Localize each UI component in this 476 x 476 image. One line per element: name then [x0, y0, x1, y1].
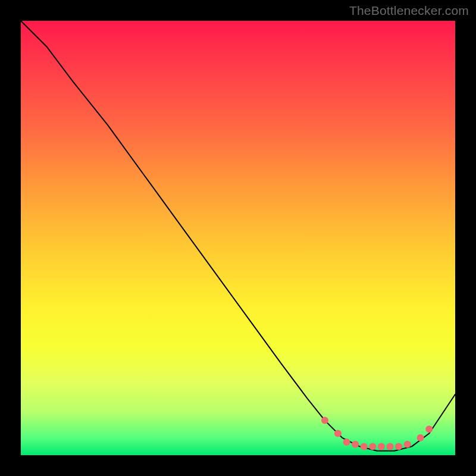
chart-frame: TheBottlenecker.com: [0, 0, 476, 476]
highlight-dot: [404, 441, 411, 448]
highlight-dot: [378, 443, 385, 450]
highlight-markers: [321, 417, 433, 450]
highlight-dot: [334, 430, 342, 437]
highlight-dot: [343, 439, 350, 446]
attribution-text: TheBottlenecker.com: [349, 4, 469, 18]
curve-layer: [21, 21, 455, 455]
highlight-dot: [417, 434, 424, 441]
highlight-dot: [321, 417, 328, 424]
highlight-dot: [361, 443, 368, 450]
plot-area: [21, 21, 455, 455]
highlight-dot: [387, 443, 394, 450]
bottleneck-curve: [21, 21, 455, 451]
highlight-dot: [425, 425, 433, 433]
highlight-dot: [369, 443, 376, 450]
highlight-dot: [352, 441, 359, 448]
highlight-dot: [395, 443, 402, 450]
